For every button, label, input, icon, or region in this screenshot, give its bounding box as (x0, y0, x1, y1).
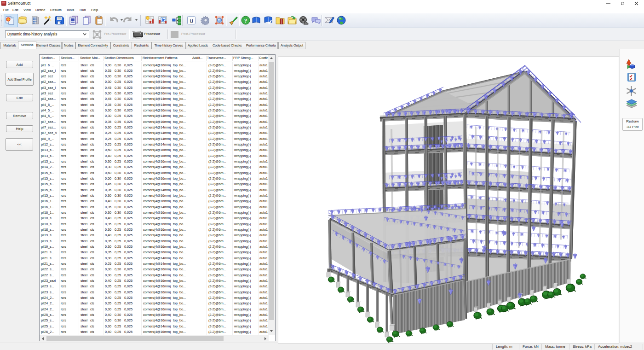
svg-text:?: ? (244, 17, 247, 24)
svg-text:u: u (190, 17, 193, 24)
